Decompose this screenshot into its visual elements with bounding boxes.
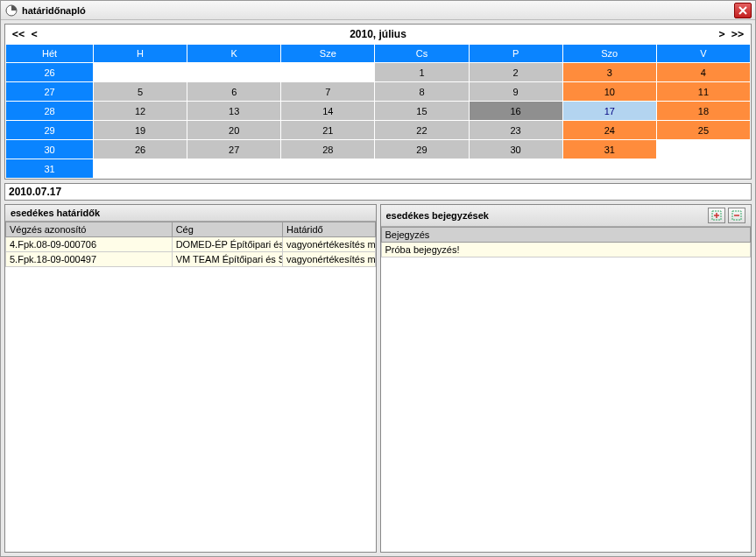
selected-date: 2010.07.17	[4, 183, 752, 201]
grid-column-header[interactable]: Határidő	[283, 222, 375, 237]
table-cell: DOMED-ÉP Építőipari és Szolg.	[172, 237, 282, 252]
calendar-day-cell[interactable]: 20	[187, 121, 281, 140]
calendar-day-cell[interactable]: 30	[469, 140, 562, 159]
calendar-day-cell[interactable]: 7	[281, 82, 375, 102]
calendar-week-number: 28	[6, 102, 94, 121]
entries-header: esedékes bejegyzések	[381, 205, 752, 227]
entries-title: esedékes bejegyzések	[386, 210, 489, 221]
calendar-day-cell[interactable]: 22	[375, 121, 469, 140]
calendar-day-cell[interactable]: 14	[281, 102, 375, 121]
calendar-day-cell[interactable]: 26	[94, 140, 187, 159]
table-cell: vagyonértékesítés m	[283, 252, 375, 267]
calendar-title: 2010, július	[42, 28, 714, 40]
deadlines-header: esedékes határidők	[5, 205, 376, 222]
calendar-week-number: 27	[6, 82, 94, 102]
calendar-day-cell[interactable]: 3	[562, 63, 656, 82]
entries-panel: esedékes bejegyzések Bejegyzés Próba bej…	[380, 204, 752, 553]
calendar-day-cell[interactable]: 10	[562, 82, 656, 102]
next-year-button[interactable]: >>	[730, 28, 745, 40]
calendar-day-cell[interactable]: 13	[187, 102, 281, 121]
calendar-day-header: Szo	[562, 45, 656, 63]
calendar-day-cell[interactable]: 18	[656, 102, 750, 121]
calendar-day-cell	[656, 159, 750, 179]
grid-column-header[interactable]: Bejegyzés	[381, 228, 751, 243]
calendar-day-cell[interactable]: 16	[469, 102, 562, 121]
calendar-day-cell	[562, 159, 656, 179]
calendar-day-cell[interactable]: 5	[94, 82, 187, 102]
calendar-nav: << < 2010, július > >>	[5, 25, 751, 44]
calendar-day-cell[interactable]: 28	[281, 140, 375, 159]
calendar-day-cell	[375, 159, 469, 179]
calendar-day-header: H	[94, 45, 187, 63]
deadlines-panel: esedékes határidők Végzés azonosítóCégHa…	[4, 204, 377, 553]
calendar-day-cell	[94, 159, 187, 179]
grid-column-header[interactable]: Végzés azonosító	[6, 222, 173, 237]
calendar-day-cell[interactable]: 4	[656, 63, 750, 82]
content-area: << < 2010, július > >> HétHKSzeCsPSzoV 2…	[1, 20, 755, 556]
calendar-day-cell[interactable]: 23	[469, 121, 562, 140]
calendar-day-cell[interactable]: 19	[94, 121, 187, 140]
calendar-day-header: K	[187, 45, 281, 63]
table-row[interactable]: 5.Fpk.18-09-000497VM TEAM Építőipari és …	[6, 252, 376, 267]
calendar-day-cell[interactable]: 9	[469, 82, 562, 102]
close-button[interactable]	[734, 3, 752, 18]
calendar-day-cell[interactable]: 15	[375, 102, 469, 121]
entries-grid[interactable]: Bejegyzés Próba bejegyzés!	[381, 227, 752, 552]
table-cell: Próba bejegyzés!	[381, 243, 751, 257]
calendar-day-cell[interactable]: 2	[469, 63, 562, 82]
calendar-day-cell[interactable]: 6	[187, 82, 281, 102]
calendar-week-number: 31	[6, 159, 94, 179]
prev-year-button[interactable]: <<	[11, 28, 26, 40]
calendar-week-number: 30	[6, 140, 94, 159]
calendar-week-header: Hét	[6, 45, 94, 63]
calendar-week-number: 29	[6, 121, 94, 140]
calendar-day-header: P	[469, 45, 562, 63]
table-row[interactable]: 4.Fpk.08-09-000706DOMED-ÉP Építőipari és…	[6, 237, 376, 252]
table-cell: 4.Fpk.08-09-000706	[6, 237, 173, 252]
app-window: határidőnapló << < 2010, július > >> Hét…	[0, 0, 756, 557]
calendar-grid: HétHKSzeCsPSzoV 261234275678910112812131…	[5, 44, 751, 179]
window-title: határidőnapló	[22, 5, 86, 16]
calendar-day-cell[interactable]: 8	[375, 82, 469, 102]
calendar-day-cell	[94, 63, 187, 82]
calendar-day-cell[interactable]: 27	[187, 140, 281, 159]
deadlines-title: esedékes határidők	[11, 208, 100, 218]
table-row[interactable]: Próba bejegyzés!	[381, 243, 751, 257]
calendar-day-header: V	[656, 45, 750, 63]
bottom-panels: esedékes határidők Végzés azonosítóCégHa…	[4, 204, 752, 553]
calendar-day-cell[interactable]: 17	[562, 102, 656, 121]
calendar-day-cell	[656, 140, 750, 159]
calendar-day-cell[interactable]: 29	[375, 140, 469, 159]
calendar-panel: << < 2010, július > >> HétHKSzeCsPSzoV 2…	[4, 24, 752, 180]
calendar-day-cell[interactable]: 21	[281, 121, 375, 140]
calendar-week-number: 26	[6, 63, 94, 82]
calendar-day-cell[interactable]: 11	[656, 82, 750, 102]
grid-column-header[interactable]: Cég	[172, 222, 282, 237]
calendar-day-header: Sze	[281, 45, 375, 63]
calendar-day-header: Cs	[375, 45, 469, 63]
calendar-day-cell	[281, 63, 375, 82]
deadlines-grid[interactable]: Végzés azonosítóCégHatáridő 4.Fpk.08-09-…	[5, 222, 376, 552]
table-cell: VM TEAM Építőipari és Szolgált	[172, 252, 282, 267]
calendar-day-cell[interactable]: 25	[656, 121, 750, 140]
table-cell: vagyonértékesítés m	[283, 237, 375, 252]
calendar-day-cell	[187, 159, 281, 179]
calendar-day-cell	[187, 63, 281, 82]
next-month-button[interactable]: >	[714, 28, 730, 40]
calendar-day-cell[interactable]: 1	[375, 63, 469, 82]
titlebar: határidőnapló	[1, 1, 755, 20]
calendar-day-cell	[281, 159, 375, 179]
remove-entry-button[interactable]	[728, 208, 745, 223]
calendar-day-cell[interactable]: 24	[562, 121, 656, 140]
calendar-day-cell[interactable]: 12	[94, 102, 187, 121]
add-entry-button[interactable]	[708, 208, 725, 223]
app-icon	[4, 4, 18, 18]
calendar-day-cell	[469, 159, 562, 179]
prev-month-button[interactable]: <	[26, 28, 42, 40]
calendar-day-cell[interactable]: 31	[562, 140, 656, 159]
table-cell: 5.Fpk.18-09-000497	[6, 252, 173, 267]
